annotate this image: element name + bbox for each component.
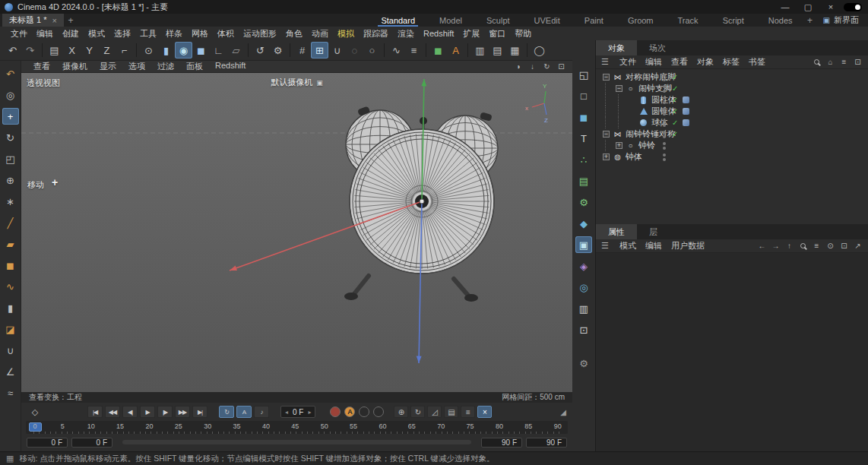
layout-tab[interactable]: Paint [581, 14, 607, 27]
manager-menu-item[interactable]: 标签 [718, 56, 744, 68]
workplane-icon[interactable]: ⌐ [116, 42, 133, 59]
expander-icon[interactable]: − [616, 85, 622, 92]
manager-menu-item[interactable]: 查看 [667, 56, 692, 68]
viewport-canvas[interactable]: xYZ 透视视图 默认摄像机 ▣ 移动 + [21, 73, 572, 392]
key-rotation-button[interactable]: ↻ [410, 406, 425, 418]
manager-menu-item[interactable]: 模式 [615, 240, 641, 251]
up-icon[interactable]: ↑ [784, 241, 794, 251]
lock-z-button[interactable]: Z [98, 42, 116, 59]
workplane-mode-icon[interactable]: ⊡ [575, 321, 592, 338]
tree-row[interactable]: +◍钟体 [596, 151, 868, 163]
menu-item[interactable]: 窗口 [484, 28, 510, 40]
close-tab-icon[interactable]: × [52, 16, 57, 25]
manager-tab[interactable]: 对象 [596, 40, 637, 55]
point-mode-icon[interactable]: ∴ [575, 151, 592, 168]
panel-menu-icon[interactable]: ☰ [601, 57, 609, 67]
lock-y-button[interactable]: Y [81, 42, 98, 59]
key-scale-button[interactable]: ◿ [427, 406, 442, 418]
tool-settings-icon[interactable]: ⚙ [269, 42, 287, 59]
tree-row[interactable]: −⋈对称闹钟底脚✓ [596, 71, 868, 83]
interactive-render-icon[interactable]: ◯ [531, 42, 548, 59]
manager-menu-item[interactable]: 编辑 [641, 56, 667, 68]
annotation-icon[interactable]: A [447, 42, 464, 59]
primitive-cube-icon[interactable]: ◼ [2, 257, 19, 274]
menu-item[interactable]: 模拟 [333, 28, 359, 40]
timeline-scale-icon[interactable]: ◢ [560, 408, 566, 416]
cube-tool-icon[interactable]: ◼ [192, 42, 210, 59]
script-wave-icon[interactable]: ≈ [2, 384, 19, 401]
tree-row[interactable]: −○闹钟支脚✓ [596, 83, 868, 94]
customize-icon[interactable]: ⚙ [575, 355, 592, 372]
theme-toggle[interactable] [844, 3, 862, 11]
viewport-menu-item[interactable]: 面板 [180, 61, 209, 72]
goto-start-button[interactable]: |◀ [87, 406, 103, 418]
sketch-tool-icon[interactable]: ▰ [2, 236, 19, 252]
sculpt-sphere-icon[interactable]: ◉ [175, 42, 192, 59]
selection-ring-icon[interactable]: ⊙ [140, 42, 157, 59]
play-mode-button[interactable]: A [236, 406, 252, 418]
grid-icon[interactable]: # [293, 42, 311, 59]
visibility-dots[interactable] [663, 128, 666, 140]
layout-tab[interactable]: Groom [625, 14, 657, 27]
layout-tab[interactable]: Nodes [765, 14, 796, 27]
layout-tab[interactable]: Standard [378, 14, 418, 27]
phong-tag-icon[interactable] [683, 94, 689, 106]
preview-end-field[interactable]: 90 F [481, 438, 522, 448]
popout-icon[interactable]: ↗ [853, 241, 863, 251]
view-back-icon[interactable]: ↶ [2, 65, 19, 82]
home-icon[interactable]: ⌂ [825, 57, 835, 67]
visibility-dots[interactable] [663, 117, 666, 128]
layout-tab[interactable]: Script [720, 14, 747, 27]
menu-item[interactable]: 网格 [187, 28, 213, 40]
viewport-menu-item[interactable]: 过滤 [151, 61, 180, 72]
render-view-icon[interactable]: ▥ [471, 42, 489, 59]
plane-icon[interactable]: ▱ [227, 42, 245, 59]
spline-icon[interactable]: ∿ [2, 278, 19, 295]
prev-key-button[interactable]: ◀◀ [105, 406, 120, 418]
brush-icon[interactable]: ▮ [2, 299, 19, 316]
enabled-check-icon[interactable]: ✓ [672, 128, 678, 140]
snap-grid-icon[interactable]: ⊞ [311, 42, 328, 59]
rotate-tool-icon[interactable]: ↻ [2, 129, 19, 146]
menu-item[interactable]: 动画 [307, 28, 333, 40]
sound-button[interactable]: ♪ [254, 406, 269, 418]
viewport-menu-item[interactable]: 查看 [27, 61, 56, 72]
panel-layout-icon[interactable]: ⊡ [853, 57, 863, 67]
camera-lock-icon[interactable]: ▥ [575, 300, 592, 317]
menu-item[interactable]: Redshift [419, 29, 458, 38]
corner-icon[interactable]: ∟ [210, 42, 227, 59]
viewport-menu-item[interactable]: 摄像机 [56, 61, 93, 72]
prev-frame-button[interactable]: ◀| [122, 406, 138, 418]
filter-icon[interactable]: ≡ [839, 57, 849, 67]
enable-axis-icon[interactable]: ◆ [575, 215, 592, 232]
lock-icon[interactable]: ⊙ [825, 241, 835, 251]
simulation-icon[interactable]: ◈ [575, 258, 592, 274]
tree-row[interactable]: 圆锥体✓ [596, 106, 868, 117]
document-tab[interactable]: 未标题 1 * × [2, 14, 64, 27]
hair-icon[interactable]: ∿ [388, 42, 405, 59]
tree-row[interactable]: 圆柱体✓ [596, 94, 868, 106]
forward-icon[interactable]: → [771, 241, 781, 251]
expander-icon[interactable]: + [616, 142, 622, 149]
lock-x-button[interactable]: X [63, 42, 81, 59]
menu-item[interactable]: 编辑 [32, 28, 58, 40]
enabled-check-icon[interactable]: ✓ [672, 71, 678, 83]
camera-label[interactable]: 默认摄像机 ▣ [271, 77, 323, 88]
filter-icon[interactable]: ≡ [812, 241, 822, 251]
add-document-button[interactable]: + [64, 14, 78, 27]
pen-tool-icon[interactable]: ╱ [2, 214, 19, 231]
range-end-field[interactable]: 90 F [526, 438, 567, 448]
edge-mode-icon[interactable]: ▤ [575, 172, 592, 189]
deformer-icon[interactable]: ◪ [2, 321, 19, 337]
frame-step-down-icon[interactable]: ◂ [285, 409, 288, 416]
menu-item[interactable]: 工具 [135, 28, 161, 40]
volume-cube-icon[interactable]: ◼ [429, 42, 447, 59]
rotate-snap-icon[interactable]: ↺ [252, 42, 269, 59]
manager-menu-item[interactable]: 对象 [692, 56, 718, 68]
manager-menu-item[interactable]: 书签 [744, 56, 770, 68]
visibility-dots[interactable] [663, 106, 666, 117]
visibility-dots[interactable] [663, 71, 666, 83]
circle-tool-icon[interactable]: ○ [363, 42, 381, 59]
current-frame-field[interactable]: ◂ 0 F ▸ [280, 406, 315, 418]
panel-layout-icon[interactable]: ⊡ [839, 241, 849, 251]
